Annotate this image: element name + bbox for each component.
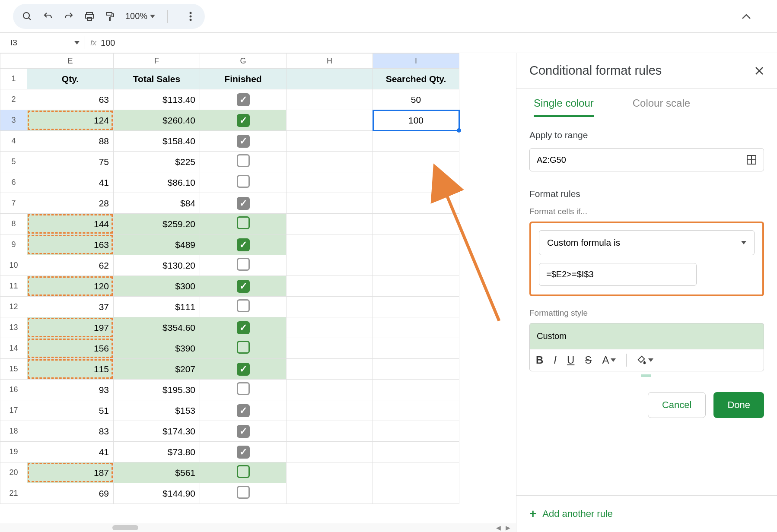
cell[interactable]: 62 (27, 255, 114, 276)
cell[interactable]: $195.30 (114, 380, 200, 400)
cell[interactable]: ✓ (200, 317, 287, 338)
row-header-20[interactable]: 20 (0, 462, 27, 483)
cell[interactable]: 120 (27, 276, 114, 297)
row-header-17[interactable]: 17 (0, 400, 27, 421)
cell[interactable]: $207 (114, 359, 200, 380)
cell[interactable]: 124 (27, 110, 114, 131)
header-finished[interactable]: Finished (200, 69, 287, 89)
checkbox-checked-icon[interactable]: ✓ (237, 446, 250, 459)
checkbox-checked-icon[interactable]: ✓ (237, 197, 250, 210)
column-header-H[interactable]: H (287, 54, 373, 69)
cell[interactable] (373, 234, 459, 255)
name-box[interactable]: I3 (10, 38, 80, 48)
row-header-11[interactable]: 11 (0, 276, 27, 297)
cell[interactable] (200, 214, 287, 234)
close-icon[interactable] (755, 66, 764, 76)
column-header-G[interactable]: G (200, 54, 287, 69)
cell[interactable] (373, 131, 459, 152)
cell[interactable]: ✓ (200, 442, 287, 462)
cell[interactable] (373, 152, 459, 172)
cell[interactable] (287, 89, 373, 110)
cell[interactable] (287, 214, 373, 234)
checkbox-unchecked-icon[interactable] (237, 465, 250, 478)
search-icon[interactable] (22, 11, 33, 22)
cell[interactable]: ✓ (200, 400, 287, 421)
tab-single-colour[interactable]: Single colour (534, 97, 594, 117)
cell[interactable] (287, 276, 373, 297)
cell[interactable]: 37 (27, 297, 114, 317)
cell[interactable]: $259.20 (114, 214, 200, 234)
cell[interactable] (373, 442, 459, 462)
checkbox-unchecked-icon[interactable] (237, 486, 250, 499)
row-header-4[interactable]: 4 (0, 131, 27, 152)
checkbox-checked-icon[interactable]: ✓ (237, 425, 250, 438)
row-header-13[interactable]: 13 (0, 317, 27, 338)
cell[interactable]: ✓ (200, 276, 287, 297)
cell[interactable] (373, 400, 459, 421)
cell[interactable]: 156 (27, 338, 114, 359)
cell[interactable]: 187 (27, 462, 114, 483)
cell[interactable] (200, 255, 287, 276)
cell[interactable] (373, 276, 459, 297)
italic-button[interactable]: I (554, 354, 557, 366)
cell[interactable]: 75 (27, 152, 114, 172)
cell[interactable]: $113.40 (114, 89, 200, 110)
cell[interactable] (200, 380, 287, 400)
cell[interactable] (373, 255, 459, 276)
checkbox-unchecked-icon[interactable] (237, 175, 250, 188)
add-another-rule[interactable]: + Add another rule (516, 495, 777, 532)
select-range-icon[interactable] (746, 155, 757, 165)
cell[interactable]: 41 (27, 442, 114, 462)
cell[interactable] (200, 152, 287, 172)
cell[interactable]: 197 (27, 317, 114, 338)
cell[interactable]: 69 (27, 483, 114, 504)
row-header-12[interactable]: 12 (0, 297, 27, 317)
cell[interactable] (287, 131, 373, 152)
bold-button[interactable]: B (536, 354, 543, 366)
cell[interactable] (287, 110, 373, 131)
cell[interactable] (373, 214, 459, 234)
checkbox-unchecked-icon[interactable] (237, 382, 250, 395)
cell[interactable]: $300 (114, 276, 200, 297)
row-header-1[interactable]: 1 (0, 69, 27, 89)
custom-formula-input[interactable] (546, 269, 689, 279)
checkbox-checked-icon[interactable]: ✓ (237, 135, 250, 148)
header-total-sales[interactable]: Total Sales (114, 69, 200, 89)
cell[interactable]: 100 (373, 110, 459, 131)
row-header-5[interactable]: 5 (0, 152, 27, 172)
cell[interactable]: $390 (114, 338, 200, 359)
row-header-3[interactable]: 3 (0, 110, 27, 131)
redo-icon[interactable] (63, 11, 74, 22)
cell[interactable]: $225 (114, 152, 200, 172)
cell[interactable]: $153 (114, 400, 200, 421)
cell[interactable]: $130.20 (114, 255, 200, 276)
cell[interactable]: ✓ (200, 193, 287, 214)
condition-dropdown[interactable]: Custom formula is (539, 230, 755, 255)
checkbox-unchecked-icon[interactable] (237, 299, 250, 312)
cell[interactable] (287, 483, 373, 504)
cell[interactable] (287, 400, 373, 421)
cell[interactable]: 51 (27, 400, 114, 421)
cell[interactable]: $174.30 (114, 421, 200, 442)
cell[interactable]: $260.40 (114, 110, 200, 131)
cell[interactable] (287, 193, 373, 214)
checkbox-unchecked-icon[interactable] (237, 258, 250, 271)
cell[interactable]: 115 (27, 359, 114, 380)
cancel-button[interactable]: Cancel (648, 392, 706, 418)
cell[interactable] (373, 421, 459, 442)
cell[interactable]: ✓ (200, 421, 287, 442)
column-header-I[interactable]: I (373, 54, 459, 69)
cell[interactable]: 163 (27, 234, 114, 255)
checkbox-checked-icon[interactable]: ✓ (237, 404, 250, 417)
strikethrough-button[interactable]: S (585, 354, 592, 366)
cell[interactable] (287, 255, 373, 276)
cell[interactable]: ✓ (200, 359, 287, 380)
cell[interactable] (373, 483, 459, 504)
checkbox-checked-icon[interactable]: ✓ (237, 238, 250, 251)
cell[interactable]: $489 (114, 234, 200, 255)
cell[interactable] (287, 380, 373, 400)
cell[interactable] (373, 297, 459, 317)
cell[interactable]: $111 (114, 297, 200, 317)
row-header-6[interactable]: 6 (0, 172, 27, 193)
cell[interactable]: ✓ (200, 89, 287, 110)
